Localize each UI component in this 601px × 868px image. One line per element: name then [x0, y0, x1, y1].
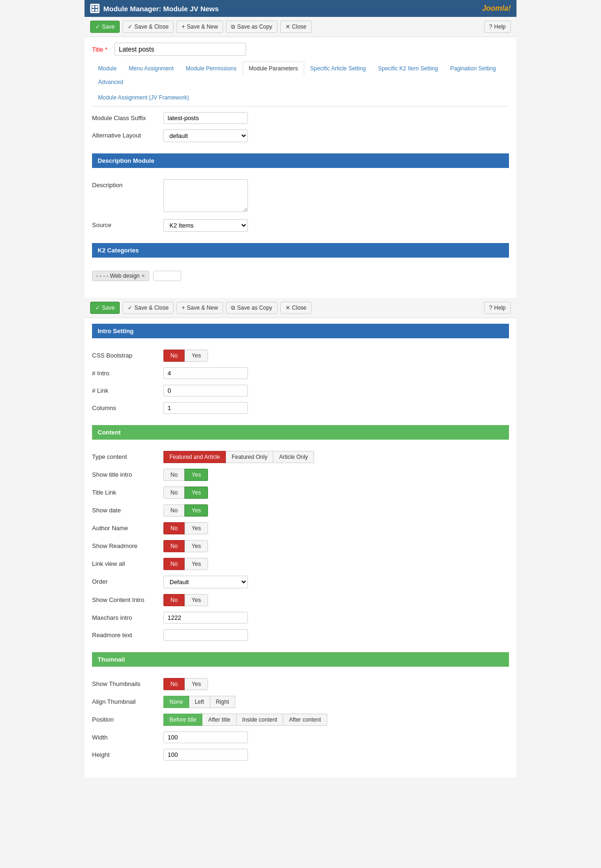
- tab-module-permissions[interactable]: Module Permissions: [180, 61, 243, 75]
- pos-after-content[interactable]: After content: [283, 714, 327, 726]
- k2-categories-section: K2 Categories - - - - Web design ×: [92, 243, 509, 292]
- maxchars-input[interactable]: [163, 612, 248, 624]
- plus-icon-2: +: [182, 305, 185, 311]
- module-params-section: Module Class Suffix Alternative Layout d…: [92, 107, 509, 153]
- align-none[interactable]: None: [163, 696, 189, 708]
- save-new-button[interactable]: + Save & New: [177, 21, 223, 33]
- close-button[interactable]: ✕ Close: [280, 21, 312, 33]
- save-button[interactable]: ✓ Save: [90, 21, 120, 33]
- tab-module-assignment[interactable]: Module Assignment (JV Framework): [92, 91, 195, 104]
- width-input[interactable]: [163, 731, 248, 743]
- show-title-no[interactable]: No: [163, 469, 185, 481]
- css-bootstrap-yes[interactable]: Yes: [185, 350, 208, 362]
- plus-icon: +: [182, 23, 185, 30]
- alt-layout-select[interactable]: default: [163, 129, 248, 142]
- show-title-yes[interactable]: Yes: [185, 469, 208, 481]
- category-tag-close[interactable]: ×: [141, 273, 145, 279]
- save-close-button-2[interactable]: ✓ Save & Close: [123, 302, 174, 314]
- show-content-intro-label: Show Content Intro: [92, 594, 158, 603]
- toolbar-middle: ✓ Save ✓ Save & Close + Save & New ⧉ Sav…: [85, 298, 516, 318]
- svg-rect-4: [95, 9, 98, 11]
- position-toggle: Before title After title Inside content …: [163, 714, 327, 726]
- thumbnail-section: Thumnail Show Thumbnails No Yes Align Th…: [92, 652, 509, 772]
- readmore-text-input[interactable]: [163, 629, 248, 641]
- link-view-all-yes[interactable]: Yes: [185, 558, 208, 570]
- height-input[interactable]: [163, 749, 248, 761]
- title-link-yes[interactable]: Yes: [185, 487, 208, 499]
- copy-icon-2: ⧉: [231, 305, 235, 311]
- pos-before-title[interactable]: Before title: [163, 714, 202, 726]
- save-copy-button[interactable]: ⧉ Save as Copy: [226, 21, 277, 33]
- title-link-no[interactable]: No: [163, 487, 185, 499]
- show-thumbnails-row: Show Thumbnails No Yes: [92, 678, 509, 690]
- width-label: Width: [92, 731, 158, 741]
- tabs-container: Module Menu Assignment Module Permission…: [92, 61, 509, 107]
- joomla-logo: Joomla!: [482, 4, 511, 13]
- align-left[interactable]: Left: [189, 696, 210, 708]
- description-textarea[interactable]: [163, 179, 248, 212]
- author-name-no[interactable]: No: [163, 522, 185, 534]
- align-thumbnail-toggle: None Left Right: [163, 696, 235, 708]
- pos-after-title[interactable]: After title: [202, 714, 236, 726]
- close-button-2[interactable]: ✕ Close: [280, 302, 312, 314]
- title-input[interactable]: [115, 43, 246, 56]
- intro-count-input[interactable]: [163, 367, 248, 379]
- link-view-all-no[interactable]: No: [163, 558, 185, 570]
- alt-layout-label: Alternative Layout: [92, 129, 158, 139]
- intro-section: Intro Setting CSS Bootstrap No Yes # Int…: [92, 324, 509, 425]
- order-row: Order Default: [92, 576, 509, 588]
- css-bootstrap-no[interactable]: No: [163, 350, 185, 362]
- link-count-input[interactable]: [163, 385, 248, 396]
- tab-specific-k2[interactable]: Specific K2 Item Setting: [372, 61, 444, 75]
- show-content-intro-no[interactable]: No: [163, 594, 185, 606]
- link-view-all-label: Link view all: [92, 558, 158, 567]
- tab-advanced[interactable]: Advanced: [92, 75, 129, 89]
- class-suffix-input[interactable]: [163, 112, 248, 124]
- show-thumbnails-yes[interactable]: Yes: [185, 678, 208, 690]
- position-label: Position: [92, 714, 158, 723]
- author-name-yes[interactable]: Yes: [185, 522, 208, 534]
- tab-menu-assignment[interactable]: Menu Assignment: [123, 61, 179, 75]
- show-thumbnails-no[interactable]: No: [163, 678, 185, 690]
- main-tabs: Module Menu Assignment Module Permission…: [92, 61, 509, 89]
- content-area-2: Intro Setting CSS Bootstrap No Yes # Int…: [85, 318, 516, 777]
- show-readmore-no[interactable]: No: [163, 540, 185, 552]
- tab-module-parameters[interactable]: Module Parameters: [243, 61, 304, 75]
- description-label: Description: [92, 179, 158, 189]
- type-article-only[interactable]: Article Only: [273, 451, 314, 463]
- help-button-2[interactable]: ? Help: [484, 302, 511, 314]
- show-date-no[interactable]: No: [163, 504, 185, 517]
- align-right[interactable]: Right: [210, 696, 235, 708]
- type-content-toggle: Featured and Article Featured Only Artic…: [163, 451, 314, 463]
- show-content-intro-yes[interactable]: Yes: [185, 594, 208, 606]
- type-content-label: Type content: [92, 451, 158, 460]
- save-new-button-2[interactable]: + Save & New: [177, 302, 223, 314]
- columns-input[interactable]: [163, 402, 248, 414]
- save-copy-button-2[interactable]: ⧉ Save as Copy: [226, 302, 277, 314]
- link-view-all-row: Link view all No Yes: [92, 558, 509, 570]
- order-select[interactable]: Default: [163, 576, 248, 588]
- save-close-button[interactable]: ✓ Save & Close: [123, 21, 174, 33]
- content-header: Content: [92, 425, 509, 440]
- tab-module[interactable]: Module: [92, 61, 123, 75]
- svg-rect-2: [95, 6, 98, 8]
- show-date-label: Show date: [92, 504, 158, 514]
- type-featured-only[interactable]: Featured Only: [226, 451, 273, 463]
- class-suffix-label: Module Class Suffix: [92, 112, 158, 122]
- tab-pagination[interactable]: Pagination Setting: [444, 61, 502, 75]
- type-featured-article[interactable]: Featured and Article: [163, 451, 226, 463]
- show-content-intro-row: Show Content Intro No Yes: [92, 594, 509, 606]
- save-button-2[interactable]: ✓ Save: [90, 302, 120, 314]
- css-bootstrap-toggle: No Yes: [163, 350, 208, 362]
- help-button[interactable]: ? Help: [484, 21, 511, 33]
- maxchars-row: Maxchars intro: [92, 612, 509, 624]
- tab-specific-article[interactable]: Specific Article Setting: [304, 61, 372, 75]
- show-date-yes[interactable]: Yes: [185, 504, 208, 517]
- category-input[interactable]: [153, 271, 181, 281]
- source-select[interactable]: K2 Items: [163, 219, 248, 232]
- header: Module Manager: Module JV News Joomla!: [85, 0, 516, 17]
- pos-inside-content[interactable]: Inside content: [237, 714, 284, 726]
- show-readmore-yes[interactable]: Yes: [185, 540, 208, 552]
- columns-label: Columns: [92, 402, 158, 411]
- thumbnail-header: Thumnail: [92, 652, 509, 667]
